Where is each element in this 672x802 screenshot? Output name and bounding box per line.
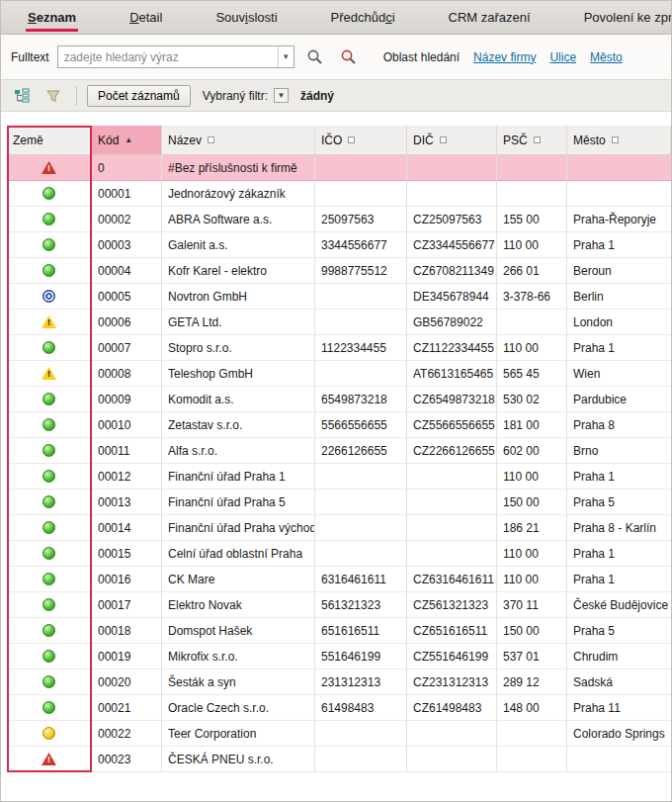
column-checkbox-icon[interactable] — [612, 136, 619, 143]
search-in-results-icon[interactable] — [336, 45, 362, 70]
country-status-cell — [7, 644, 92, 669]
companies-table: Země Kód▲ Název IČO DIČ PSČ Město 0 #Bez… — [7, 126, 671, 772]
green-icon — [42, 187, 55, 200]
table-row[interactable]: 00015 Celní úřad oblastní Praha 110 00 P… — [7, 541, 671, 567]
ico-cell: 3344556677 — [315, 232, 407, 258]
column-checkbox-icon[interactable] — [534, 136, 541, 143]
column-checkbox-icon[interactable] — [208, 136, 214, 143]
table-row[interactable]: 00011 Alfa s.r.o. 2266126655 CZ226612665… — [7, 438, 671, 464]
tab-label: Detail — [127, 3, 164, 32]
psc-cell — [497, 747, 567, 772]
table-row[interactable]: 00014 Finanční úřad Praha východ 186 21 … — [7, 515, 671, 541]
search-icon[interactable] — [302, 45, 328, 70]
name-cell: Teleshop GmbH — [162, 361, 315, 387]
name-cell: Alfa s.r.o. — [162, 438, 315, 464]
link-mesto[interactable]: Město — [590, 50, 623, 64]
column-header-ico[interactable]: IČO — [315, 126, 407, 155]
psc-cell: 537 01 — [497, 644, 567, 669]
psc-cell: 110 00 — [497, 464, 567, 490]
table-row[interactable]: 00007 Stopro s.r.o. 1122334455 CZ1122334… — [7, 335, 671, 361]
ico-cell: 651616511 — [315, 618, 407, 644]
column-checkbox-icon[interactable] — [348, 136, 355, 143]
dic-cell — [407, 747, 497, 772]
ico-cell: 6549873218 — [315, 387, 407, 412]
table-row[interactable]: 00005 Novtron GmbH DE345678944 3-378-66 … — [7, 284, 671, 310]
name-cell: Teer Corporation — [162, 721, 315, 747]
tab-predchudci[interactable]: Předchůdci — [304, 1, 422, 34]
name-cell: Komodit a.s. — [162, 387, 315, 412]
link-nazev-firmy[interactable]: Název firmy — [473, 50, 536, 64]
code-cell: 00006 — [92, 310, 162, 335]
table-row[interactable]: 00016 CK Mare 6316461611 CZ6316461611 11… — [7, 567, 671, 592]
column-header-zeme[interactable]: Země — [7, 126, 92, 155]
tab-label: Souvislosti — [213, 3, 279, 32]
table-row[interactable]: 00022 Teer Corporation Colorado Springs — [7, 721, 671, 747]
column-header-kod[interactable]: Kód▲ — [92, 126, 162, 155]
tab-crm-zarazeni[interactable]: CRM zařazení — [422, 1, 557, 34]
green-icon — [42, 675, 55, 688]
fulltext-input[interactable] — [58, 46, 278, 67]
record-count-button[interactable]: Počet záznamů — [87, 85, 191, 107]
column-checkbox-icon[interactable] — [440, 136, 447, 143]
name-cell: Domspot Hašek — [162, 618, 315, 644]
code-cell: 00012 — [92, 464, 162, 490]
ico-cell — [315, 284, 407, 310]
selected-filter-dropdown[interactable]: Vybraný filtr: ▼ — [197, 85, 294, 107]
tab-bar: Seznam Detail Souvislosti Předchůdci CRM… — [1, 1, 671, 35]
column-header-dic[interactable]: DIČ — [407, 126, 497, 155]
tab-detail[interactable]: Detail — [103, 1, 189, 34]
city-cell: Praha-Řeporyje — [567, 207, 671, 232]
tree-view-icon[interactable] — [9, 83, 35, 109]
psc-cell: 266 01 — [497, 258, 567, 284]
tab-souvislosti[interactable]: Souvislosti — [189, 1, 303, 34]
column-header-psc[interactable]: PSČ — [497, 126, 567, 155]
column-header-mesto[interactable]: Město — [567, 126, 671, 155]
green-icon — [42, 264, 55, 277]
psc-cell: 565 45 — [497, 361, 567, 387]
table-row[interactable]: 00002 ABRA Software a.s. 25097563 CZ2509… — [7, 207, 671, 232]
city-cell: Praha 11 — [567, 695, 671, 721]
column-header-nazev[interactable]: Název — [162, 126, 315, 155]
table-row[interactable]: 00003 Galenit a.s. 3344556677 CZ33445566… — [7, 232, 671, 258]
table-row[interactable]: 00012 Finanční úřad Praha 1 110 00 Praha… — [7, 464, 671, 490]
ico-cell — [315, 464, 407, 490]
city-cell: Praha 8 — [567, 412, 671, 438]
country-status-cell — [7, 181, 92, 207]
code-cell: 00010 — [92, 412, 162, 438]
psc-cell: 370 11 — [497, 592, 567, 618]
green-icon — [42, 598, 55, 611]
table-row[interactable]: 00023 ČESKÁ PNEU s.r.o. — [7, 747, 671, 772]
psc-cell: 110 00 — [497, 541, 567, 567]
name-cell: Zetastav s.r.o. — [162, 412, 315, 438]
table-row[interactable]: 00019 Mikrofix s.r.o. 551646199 CZ551646… — [7, 644, 671, 669]
table-row[interactable]: 00006 GETA Ltd. GB56789022 London — [7, 310, 671, 335]
table-row[interactable]: 00009 Komodit a.s. 6549873218 CZ65498732… — [7, 387, 671, 412]
link-ulice[interactable]: Ulice — [549, 50, 576, 64]
table-row[interactable]: 00010 Zetastav s.r.o. 5566556655 CZ55665… — [7, 412, 671, 438]
dic-cell: CZ5566556655 — [407, 412, 497, 438]
code-cell: 0 — [92, 155, 162, 181]
table-row[interactable]: 00020 Šesták a syn 231312313 CZ231312313… — [7, 669, 671, 695]
city-cell: Praha 1 — [567, 335, 671, 361]
table-row[interactable]: 00008 Teleshop GmbH AT6613165465 565 45 … — [7, 361, 671, 387]
table-row[interactable]: 0 #Bez příslušnosti k firmě — [7, 155, 671, 181]
filter-icon[interactable] — [41, 83, 66, 109]
column-header-label: Název — [168, 134, 202, 147]
dic-cell — [407, 464, 497, 490]
table-row[interactable]: 00004 Kofr Karel - elektro 9988775512 CZ… — [7, 258, 671, 284]
country-status-cell — [7, 695, 92, 721]
city-cell: London — [567, 310, 671, 335]
tab-seznam[interactable]: Seznam — [1, 1, 103, 34]
table-row[interactable]: 00001 Jednorázový zákazník — [7, 181, 671, 207]
column-header-label: IČO — [321, 134, 342, 147]
table-row[interactable]: 00021 Oracle Czech s.r.o. 61498483 CZ614… — [7, 695, 671, 721]
name-cell: Oracle Czech s.r.o. — [162, 695, 315, 721]
tab-povoleni-ke-zpracovani[interactable]: Povolení ke zpracování — [557, 1, 671, 34]
ico-cell — [315, 361, 407, 387]
input-dropdown-arrow-icon[interactable]: ▼ — [278, 46, 294, 67]
name-cell: Galenit a.s. — [162, 232, 315, 258]
psc-cell: 186 21 — [497, 515, 567, 541]
table-row[interactable]: 00013 Finanční úřad Praha 5 150 00 Praha… — [7, 490, 671, 515]
table-row[interactable]: 00017 Elektro Novak 561321323 CZ56132132… — [7, 592, 671, 618]
table-row[interactable]: 00018 Domspot Hašek 651616511 CZ65161651… — [7, 618, 671, 644]
